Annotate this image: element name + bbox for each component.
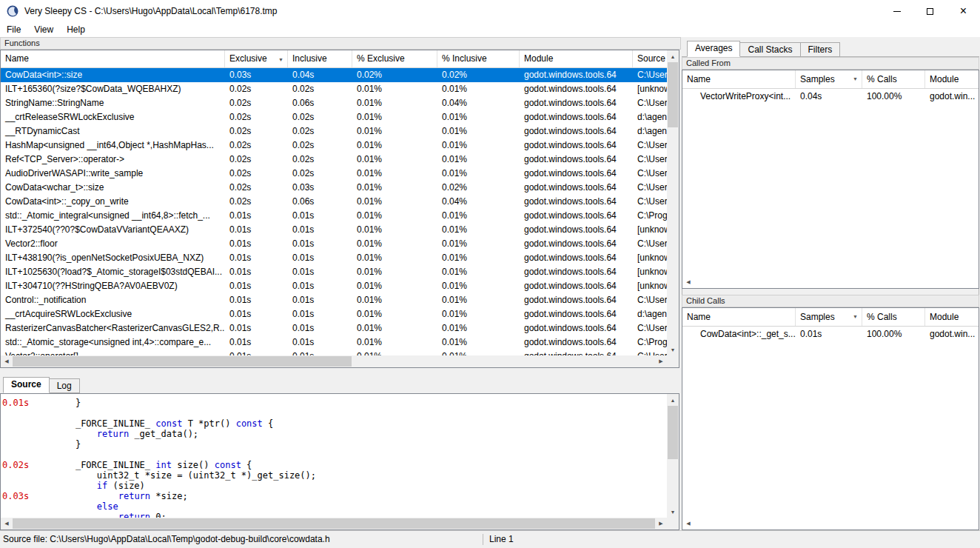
scroll-right-icon[interactable]: ▶: [682, 518, 682, 529]
cell: 0.01s: [225, 265, 288, 279]
cell: C:\User: [633, 350, 667, 355]
cell: 0.02s: [225, 96, 288, 110]
cell: 0.01s: [225, 251, 288, 265]
function-row[interactable]: ILT+304710(??HStringQEBA?AV0AEBV0Z)0.01s…: [1, 279, 667, 293]
column-header-name[interactable]: Name: [682, 70, 796, 88]
column-header-exclusive[interactable]: Exclusive▼: [225, 50, 288, 67]
scroll-down-icon[interactable]: ▼: [667, 506, 679, 518]
column-header-inclusive[interactable]: Inclusive: [288, 50, 352, 67]
tab-call-stacks[interactable]: Call Stacks: [739, 42, 800, 57]
source-line: _FORCE_INLINE_ const T *ptr() const {: [1, 418, 667, 429]
tab-log[interactable]: Log: [49, 378, 80, 393]
source-line: 0.03s return *size;: [1, 491, 667, 501]
scroll-thumb[interactable]: [13, 356, 352, 367]
cell: godot.windows.tools.64: [520, 110, 633, 124]
column-header-source[interactable]: Source: [633, 50, 667, 67]
column-header-pct-exclusive[interactable]: % Exclusive: [352, 50, 437, 67]
status-bar: Source file: C:\Users\Hugo\AppData\Local…: [0, 530, 980, 548]
column-header-module[interactable]: Module: [520, 50, 633, 67]
cell: Ref<TCP_Server>::operator->: [1, 153, 225, 167]
scroll-right-icon[interactable]: ▶: [655, 518, 667, 529]
scroll-thumb[interactable]: [668, 406, 678, 459]
menu-file[interactable]: File: [0, 22, 27, 37]
function-row[interactable]: ILT+165360(?size?$CowData_WQEBAHXZ)0.02s…: [1, 82, 667, 96]
function-row[interactable]: ILT+372540(??0?$CowDataVVariantQEAAXZ)0.…: [1, 223, 667, 237]
menu-help[interactable]: Help: [60, 22, 92, 37]
function-row[interactable]: __crtReleaseSRWLockExclusive0.02s0.02s0.…: [1, 110, 667, 124]
code-text: return 0;: [54, 512, 167, 518]
column-header-pct-inclusive[interactable]: % Inclusive: [437, 50, 520, 67]
cell: 0.01%: [352, 138, 437, 153]
function-row[interactable]: Control::_notification0.01s0.01s0.01%0.0…: [1, 293, 667, 307]
column-header-name[interactable]: Name: [682, 308, 796, 326]
cell: [unknow: [633, 251, 667, 265]
cell: 0.01%: [352, 251, 437, 265]
cell: godot.windows.tools.64: [520, 307, 633, 321]
function-row[interactable]: HashMap<unsigned __int64,Object *,HashMa…: [1, 138, 667, 153]
scroll-left-icon[interactable]: ◀: [682, 276, 694, 288]
scroll-left-icon[interactable]: ◀: [1, 518, 13, 529]
cell: godot.windows.tools.64: [520, 237, 633, 251]
column-header-samples[interactable]: Samples▼: [796, 70, 862, 88]
function-row[interactable]: CowData<int>::_copy_on_write0.02s0.06s0.…: [1, 195, 667, 209]
tab-averages[interactable]: Averages: [687, 41, 740, 57]
child-call-row[interactable]: CowData<int>::_get_s...0.01s100.00%godot…: [682, 327, 979, 341]
column-header-module[interactable]: Module: [925, 70, 979, 88]
function-row[interactable]: std::_Atomic_storage<unsigned int,4>::co…: [1, 335, 667, 350]
sample-time: [1, 501, 54, 512]
cell: 0.01s: [288, 265, 352, 279]
scroll-down-icon[interactable]: ▼: [667, 344, 679, 355]
function-row[interactable]: std::_Atomic_integral<unsigned __int64,8…: [1, 209, 667, 223]
functions-horizontal-scrollbar[interactable]: ◀ ▶: [1, 355, 667, 367]
tab-source[interactable]: Source: [3, 377, 50, 393]
functions-vertical-scrollbar[interactable]: ▲ ▼: [667, 50, 679, 355]
menu-view[interactable]: View: [27, 22, 60, 37]
function-row[interactable]: StringName::StringName0.02s0.06s0.01%0.0…: [1, 96, 667, 110]
function-row[interactable]: __crtAcquireSRWLockExclusive0.01s0.01s0.…: [1, 307, 667, 321]
cell: godot.windows.tools.64: [520, 251, 633, 265]
function-row[interactable]: ILT+1025630(?load?$_Atomic_storageI$03st…: [1, 265, 667, 279]
scroll-left-icon[interactable]: ◀: [682, 518, 694, 529]
cell: 0.02%: [352, 68, 437, 82]
source-horizontal-scrollbar[interactable]: ◀ ▶: [1, 518, 667, 529]
function-row[interactable]: Vector2::floor0.01s0.01s0.01%0.01%godot.…: [1, 237, 667, 251]
column-header-pct-calls[interactable]: % Calls: [862, 70, 925, 88]
tab-filters[interactable]: Filters: [800, 42, 841, 57]
close-button[interactable]: ×: [947, 0, 980, 22]
cell: 0.03s: [288, 181, 352, 195]
function-row[interactable]: Ref<TCP_Server>::operator->0.02s0.02s0.0…: [1, 153, 667, 167]
function-row[interactable]: __RTDynamicCast0.02s0.02s0.01%0.01%godot…: [1, 124, 667, 138]
scroll-up-icon[interactable]: ▲: [667, 50, 679, 62]
column-header-module[interactable]: Module: [925, 308, 979, 326]
cell: 0.01%: [437, 82, 520, 96]
scroll-thumb[interactable]: [13, 518, 655, 529]
sample-time: 0.03s: [1, 491, 54, 501]
scroll-left-icon[interactable]: ◀: [1, 355, 13, 367]
cell: [unknow: [633, 223, 667, 237]
function-row[interactable]: RasterizerCanvasBatcher<RasterizerCanvas…: [1, 321, 667, 335]
source-vertical-scrollbar[interactable]: ▲ ▼: [667, 394, 679, 518]
cell: Vector2::operator[]: [1, 350, 225, 355]
cell: ILT+165360(?size?$CowData_WQEBAHXZ): [1, 82, 225, 96]
cell: 0.01s: [225, 307, 288, 321]
scroll-up-icon[interactable]: ▲: [667, 394, 679, 406]
cell: 0.01s: [796, 327, 862, 341]
cell: C:\User: [633, 138, 667, 153]
scroll-right-icon[interactable]: ▶: [655, 355, 667, 367]
column-header-samples[interactable]: Samples▼: [796, 308, 862, 326]
minimize-button[interactable]: [880, 0, 913, 22]
cell: d:\agen: [633, 307, 667, 321]
function-row[interactable]: CowData<wchar_t>::size0.02s0.03s0.01%0.0…: [1, 181, 667, 195]
cell: 0.01%: [437, 293, 520, 307]
called-from-row[interactable]: VectorWriteProxy<int...0.04s100.00%godot…: [682, 89, 979, 104]
function-row[interactable]: Vector2::operator[]0.01s0.01s0.01%0.01%g…: [1, 350, 667, 355]
function-row[interactable]: AudioDriverWASAPI::write_sample0.02s0.02…: [1, 167, 667, 181]
scroll-thumb[interactable]: [668, 62, 678, 127]
source-line: 0.02s _FORCE_INLINE_ int size() const {: [1, 460, 667, 470]
column-header-name[interactable]: Name: [1, 50, 225, 67]
column-header-pct-calls[interactable]: % Calls: [862, 308, 925, 326]
maximize-button[interactable]: [913, 0, 947, 22]
function-row[interactable]: ILT+438190(?is_openNetSocketPosixUEBA_NX…: [1, 251, 667, 265]
function-row[interactable]: CowData<int>::size0.03s0.04s0.02%0.02%go…: [1, 68, 667, 82]
scroll-right-icon[interactable]: ▶: [682, 276, 682, 288]
